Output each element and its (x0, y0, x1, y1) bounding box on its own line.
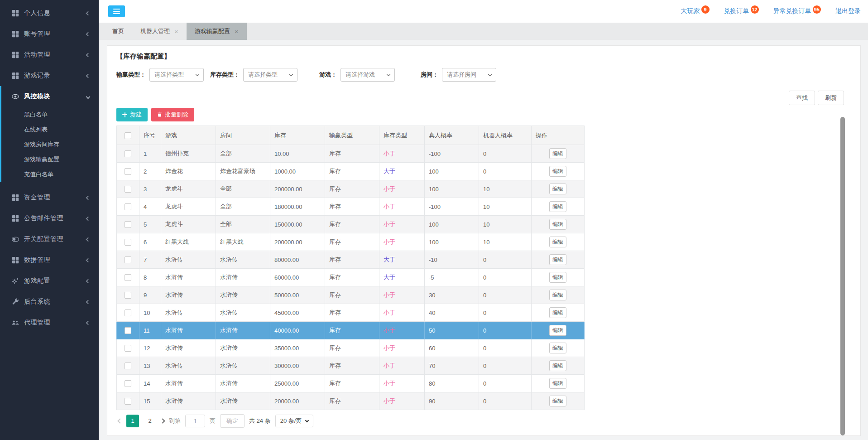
cell-win-type: 库存 (325, 163, 379, 180)
filter-select[interactable]: 请选择类型 (243, 68, 297, 82)
row-checkbox[interactable] (125, 203, 131, 210)
cell-room: 水浒传 (216, 375, 270, 392)
header-link[interactable]: 兑换订单 12 (724, 7, 759, 15)
row-checkbox[interactable] (125, 309, 131, 316)
row-checkbox[interactable] (125, 239, 131, 246)
sidebar-subitem[interactable]: 游戏房间库存 (0, 137, 99, 152)
cell-win-type: 库存 (325, 286, 379, 304)
cell-robot-prob: 0 (479, 339, 532, 357)
sidebar-subitem[interactable]: 游戏输赢配置 (0, 152, 99, 167)
table-row[interactable]: 9 水浒传 水浒传 50000.00 库存 小于 30 0 编辑 (117, 286, 585, 304)
sidebar-subitem[interactable]: 黑白名单 (0, 107, 99, 122)
sidebar-subitem[interactable]: 充值白名单 (0, 167, 99, 182)
tab[interactable]: 机器人管理 × (132, 23, 187, 40)
filter-select[interactable]: 请选择类型 (149, 68, 204, 82)
sidebar-subitem[interactable]: 在线列表 (0, 122, 99, 137)
sidebar-item-label: 活动管理 (24, 51, 50, 59)
row-checkbox[interactable] (125, 168, 131, 175)
table-row[interactable]: 4 龙虎斗 全部 180000.00 库存 小于 -100 10 编辑 (117, 198, 585, 216)
row-checkbox[interactable] (125, 327, 131, 334)
filter-select[interactable]: 请选择房间 (442, 68, 496, 82)
menu-toggle-button[interactable] (108, 5, 125, 17)
filter-select[interactable]: 请选择游戏 (340, 68, 395, 82)
per-page-select[interactable]: 20 条/页 (275, 415, 314, 427)
row-checkbox[interactable] (125, 150, 131, 157)
sidebar-item[interactable]: 账号管理 (0, 24, 99, 44)
edit-button[interactable]: 编辑 (549, 201, 566, 212)
row-checkbox[interactable] (125, 256, 131, 263)
table-row[interactable]: 3 龙虎斗 全部 200000.00 库存 小于 100 10 编辑 (117, 180, 585, 198)
sidebar-item-label: 数据管理 (24, 256, 50, 264)
row-checkbox[interactable] (125, 398, 131, 405)
edit-button[interactable]: 编辑 (549, 166, 566, 177)
sidebar-item-risk-control[interactable]: 风控模块 (0, 86, 99, 107)
table-row[interactable]: 13 水浒传 水浒传 30000.00 库存 小于 70 0 编辑 (117, 357, 585, 375)
row-checkbox[interactable] (125, 292, 131, 299)
sidebar-item[interactable]: 数据管理 (0, 250, 99, 271)
page-number-button[interactable]: 1 (126, 415, 139, 427)
edit-button[interactable]: 编辑 (549, 184, 566, 194)
row-checkbox[interactable] (125, 221, 131, 228)
sidebar-item[interactable]: 后台系统 (0, 291, 99, 312)
table-row[interactable]: 12 水浒传 水浒传 35000.00 库存 小于 60 0 编辑 (117, 339, 585, 357)
edit-button[interactable]: 编辑 (549, 396, 566, 406)
cell-win-type: 库存 (325, 339, 379, 357)
batch-delete-button[interactable]: 批量删除 (151, 108, 194, 121)
header-link[interactable]: 大玩家 9 (681, 7, 710, 15)
row-checkbox[interactable] (125, 380, 131, 387)
goto-page-input[interactable] (185, 415, 205, 427)
table-row[interactable]: 7 水浒传 水浒传 80000.00 库存 大于 -10 0 编辑 (117, 251, 585, 269)
edit-button[interactable]: 编辑 (549, 360, 566, 371)
search-button[interactable]: 查找 (789, 91, 815, 105)
row-checkbox[interactable] (125, 363, 131, 369)
edit-button[interactable]: 编辑 (549, 219, 566, 230)
edit-button[interactable]: 编辑 (549, 343, 566, 353)
create-button[interactable]: 新建 (116, 108, 148, 121)
table-row[interactable]: 15 水浒传 水浒传 20000.00 库存 小于 90 0 编辑 (117, 392, 585, 410)
vertical-scrollbar[interactable] (840, 117, 845, 435)
confirm-button[interactable]: 确定 (220, 414, 245, 428)
close-icon[interactable]: × (174, 28, 178, 35)
edit-button[interactable]: 编辑 (549, 254, 566, 265)
edit-button[interactable]: 编辑 (549, 307, 566, 318)
header-link[interactable]: 退出登录 (835, 7, 861, 15)
header-link[interactable]: 异常兑换订单 95 (773, 7, 821, 15)
page-number-button[interactable]: 2 (144, 415, 156, 427)
table-row[interactable]: 14 水浒传 水浒传 25000.00 库存 小于 80 0 编辑 (117, 375, 585, 392)
table-row[interactable]: 10 水浒传 水浒传 45000.00 库存 小于 40 0 编辑 (117, 304, 585, 322)
table-row[interactable]: 1 德州扑克 全部 10.00 库存 小于 -100 0 编辑 (117, 145, 585, 163)
header-links: 大玩家 9 兑换订单 12 异常兑换订单 95 退出登录 (681, 7, 861, 15)
edit-button[interactable]: 编辑 (549, 325, 566, 336)
table-row[interactable]: 2 炸金花 炸金花富豪场 1000.00 库存 大于 100 0 编辑 (117, 163, 585, 180)
tab[interactable]: 首页 (104, 23, 132, 40)
sidebar-item[interactable]: 资金管理 (0, 187, 99, 208)
sidebar-item[interactable]: 开关配置管理 (0, 229, 99, 250)
table-row[interactable]: 8 水浒传 水浒传 60000.00 库存 大于 -5 0 编辑 (117, 269, 585, 286)
tab[interactable]: 游戏输赢配置 × (187, 23, 247, 40)
edit-button[interactable]: 编辑 (549, 272, 566, 283)
edit-button[interactable]: 编辑 (549, 148, 566, 159)
cell-index: 12 (139, 339, 161, 357)
row-checkbox[interactable] (125, 345, 131, 352)
table-row[interactable]: 11 水浒传 水浒传 40000.00 库存 小于 50 0 编辑 (117, 322, 585, 339)
row-checkbox[interactable] (125, 274, 131, 281)
row-checkbox[interactable] (125, 186, 131, 193)
edit-button[interactable]: 编辑 (549, 290, 566, 300)
edit-button[interactable]: 编辑 (549, 237, 566, 247)
table-row[interactable]: 6 红黑大战 红黑大战 200000.00 库存 小于 100 10 编辑 (117, 233, 585, 251)
sidebar-item[interactable]: 活动管理 (0, 44, 99, 65)
next-page-icon[interactable] (160, 418, 165, 423)
table-row[interactable]: 5 龙虎斗 全部 150000.00 库存 小于 100 10 编辑 (117, 216, 585, 233)
sidebar-item[interactable]: 个人信息 (0, 3, 99, 24)
select-all-checkbox[interactable] (125, 132, 131, 139)
sidebar-item[interactable]: 游戏记录 (0, 65, 99, 86)
close-icon[interactable]: × (235, 28, 239, 35)
sidebar-item[interactable]: 游戏配置 (0, 271, 99, 291)
prev-page-icon[interactable] (117, 418, 122, 423)
sidebar-item[interactable]: 公告邮件管理 (0, 208, 99, 229)
total-count-label: 共 24 条 (249, 417, 271, 425)
sidebar-item[interactable]: 代理管理 (0, 312, 99, 333)
refresh-button[interactable]: 刷新 (818, 91, 844, 105)
cell-index: 2 (139, 163, 161, 180)
edit-button[interactable]: 编辑 (549, 378, 566, 389)
